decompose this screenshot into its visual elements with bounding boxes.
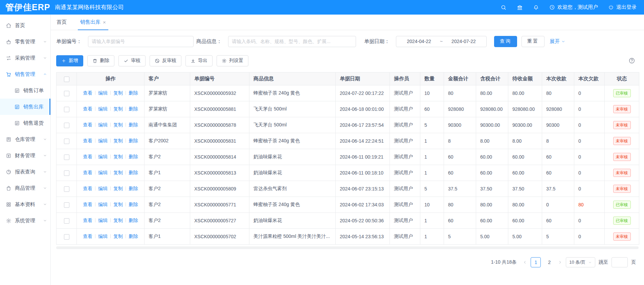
edit-link[interactable]: 编辑 bbox=[98, 122, 108, 127]
operator-cell: 测试用户 bbox=[390, 117, 420, 133]
row-checkbox[interactable] bbox=[64, 234, 69, 240]
sidebar-item-sales-return[interactable]: 销售退货 bbox=[0, 115, 50, 131]
edit-link[interactable]: 编辑 bbox=[98, 106, 108, 111]
row-checkbox[interactable] bbox=[64, 91, 69, 96]
bank-icon[interactable] bbox=[517, 4, 523, 11]
date-end-value[interactable]: 2024-07-22 bbox=[451, 39, 476, 44]
view-link[interactable]: 查看 bbox=[83, 218, 92, 223]
column-header: 状态 bbox=[605, 73, 639, 85]
edit-link[interactable]: 编辑 bbox=[98, 154, 108, 159]
delete-link[interactable]: 删除 bbox=[129, 233, 138, 239]
view-link[interactable]: 查看 bbox=[83, 154, 92, 159]
view-link[interactable]: 查看 bbox=[83, 233, 92, 239]
question-circle-icon[interactable] bbox=[628, 57, 635, 64]
search-button[interactable]: 查询 bbox=[494, 36, 517, 47]
next-page-button[interactable] bbox=[558, 260, 562, 265]
tab-home[interactable]: 首页 bbox=[55, 19, 68, 30]
column-header: 待收金额 bbox=[508, 73, 542, 85]
copy-link[interactable]: 复制 bbox=[113, 106, 123, 111]
row-checkbox[interactable] bbox=[64, 155, 69, 160]
delete-link[interactable]: 删除 bbox=[129, 122, 138, 127]
edit-link[interactable]: 编辑 bbox=[98, 233, 108, 239]
view-link[interactable]: 查看 bbox=[83, 202, 92, 207]
delete-link[interactable]: 删除 bbox=[129, 186, 138, 191]
delete-link[interactable]: 删除 bbox=[129, 90, 138, 96]
delete-link[interactable]: 删除 bbox=[129, 170, 138, 175]
reset-button[interactable]: 重置 bbox=[521, 36, 545, 47]
received-cell: 80 bbox=[542, 85, 574, 101]
sidebar-item-retail[interactable]: 零售管理 bbox=[0, 34, 50, 50]
export-button[interactable]: 导出 bbox=[185, 55, 213, 66]
row-checkbox[interactable] bbox=[64, 170, 69, 176]
row-checkbox[interactable] bbox=[64, 139, 69, 144]
audit-button[interactable]: 审核 bbox=[118, 55, 146, 66]
sidebar-item-home[interactable]: 首页 bbox=[0, 17, 50, 34]
date-start-value[interactable]: 2024-04-22 bbox=[407, 39, 431, 44]
delete-link[interactable]: 删除 bbox=[129, 106, 138, 111]
prev-page-button[interactable] bbox=[523, 260, 527, 265]
edit-link[interactable]: 编辑 bbox=[98, 186, 108, 191]
edit-link[interactable]: 编辑 bbox=[98, 90, 108, 96]
copy-link[interactable]: 复制 bbox=[113, 233, 123, 239]
sidebar-item-system[interactable]: 系统管理 bbox=[0, 212, 50, 229]
row-checkbox[interactable] bbox=[64, 186, 69, 192]
row-checkbox[interactable] bbox=[64, 202, 69, 208]
sidebar-item-purchase[interactable]: 采购管理 bbox=[0, 50, 50, 66]
delete-link[interactable]: 删除 bbox=[129, 202, 138, 207]
page-size-select[interactable]: 10 条/页 bbox=[566, 257, 595, 267]
tab-sales-outbound[interactable]: 销售出库× bbox=[79, 19, 107, 30]
copy-link[interactable]: 复制 bbox=[113, 218, 123, 223]
delete-link[interactable]: 删除 bbox=[129, 218, 138, 223]
copy-link[interactable]: 复制 bbox=[113, 138, 123, 143]
row-checkbox[interactable] bbox=[64, 218, 69, 224]
unaudit-button[interactable]: 反审核 bbox=[150, 55, 181, 66]
view-link[interactable]: 查看 bbox=[83, 186, 92, 191]
row-checkbox[interactable] bbox=[64, 107, 69, 112]
copy-link[interactable]: 复制 bbox=[113, 186, 123, 191]
copy-link[interactable]: 复制 bbox=[113, 170, 123, 175]
page-number-2[interactable]: 2 bbox=[544, 257, 554, 267]
view-link[interactable]: 查看 bbox=[83, 122, 92, 127]
edit-link[interactable]: 编辑 bbox=[98, 138, 108, 143]
select-all-checkbox[interactable] bbox=[64, 77, 69, 82]
page-number-1[interactable]: 1 bbox=[531, 257, 541, 267]
view-link[interactable]: 查看 bbox=[83, 138, 92, 143]
bill-no-input[interactable] bbox=[88, 36, 194, 47]
sidebar-item-product[interactable]: 商品管理 bbox=[0, 180, 50, 196]
date-range-picker[interactable]: 2024-04-22 ~ 2024-07-22 bbox=[396, 36, 487, 47]
copy-link[interactable]: 复制 bbox=[113, 154, 123, 159]
horizontal-scrollbar[interactable] bbox=[56, 246, 639, 249]
sidebar-item-basic[interactable]: 基本资料 bbox=[0, 196, 50, 212]
bell-icon[interactable] bbox=[533, 4, 539, 11]
welcome-user[interactable]: 欢迎您，测试用户 bbox=[549, 4, 598, 11]
add-button[interactable]: 新增 bbox=[56, 55, 83, 66]
edit-link[interactable]: 编辑 bbox=[98, 202, 108, 207]
sidebar-item-sales-outbound[interactable]: 销售出库 bbox=[0, 99, 50, 115]
close-icon[interactable]: × bbox=[103, 20, 106, 25]
copy-link[interactable]: 复制 bbox=[113, 122, 123, 127]
pie-chart-icon bbox=[6, 169, 12, 175]
edit-link[interactable]: 编辑 bbox=[98, 170, 108, 175]
view-link[interactable]: 查看 bbox=[83, 106, 92, 111]
sidebar-item-report[interactable]: 报表查询 bbox=[0, 164, 50, 180]
view-link[interactable]: 查看 bbox=[83, 170, 92, 175]
edit-link[interactable]: 编辑 bbox=[98, 218, 108, 223]
delete-button[interactable]: 删除 bbox=[87, 55, 114, 66]
sidebar-item-warehouse[interactable]: 仓库管理 bbox=[0, 131, 50, 147]
view-link[interactable]: 查看 bbox=[83, 90, 92, 96]
sidebar-item-sales-order[interactable]: 销售订单 bbox=[0, 82, 50, 99]
sidebar-item-sales[interactable]: 销售管理 bbox=[0, 66, 50, 82]
delete-link[interactable]: 删除 bbox=[129, 154, 138, 159]
sidebar-item-finance[interactable]: 财务管理 bbox=[0, 147, 50, 164]
product-info-input[interactable] bbox=[228, 36, 356, 47]
received-cell: 8 bbox=[542, 133, 574, 149]
logout-button[interactable]: 退出登录 bbox=[608, 4, 637, 11]
jump-page-input[interactable] bbox=[612, 257, 628, 267]
delete-link[interactable]: 删除 bbox=[129, 138, 138, 143]
row-checkbox[interactable] bbox=[64, 123, 69, 128]
expand-link[interactable]: 展开 bbox=[550, 38, 565, 45]
copy-link[interactable]: 复制 bbox=[113, 90, 123, 96]
columns-button[interactable]: 列设置 bbox=[217, 55, 248, 66]
search-icon[interactable] bbox=[501, 4, 507, 11]
copy-link[interactable]: 复制 bbox=[113, 202, 123, 207]
